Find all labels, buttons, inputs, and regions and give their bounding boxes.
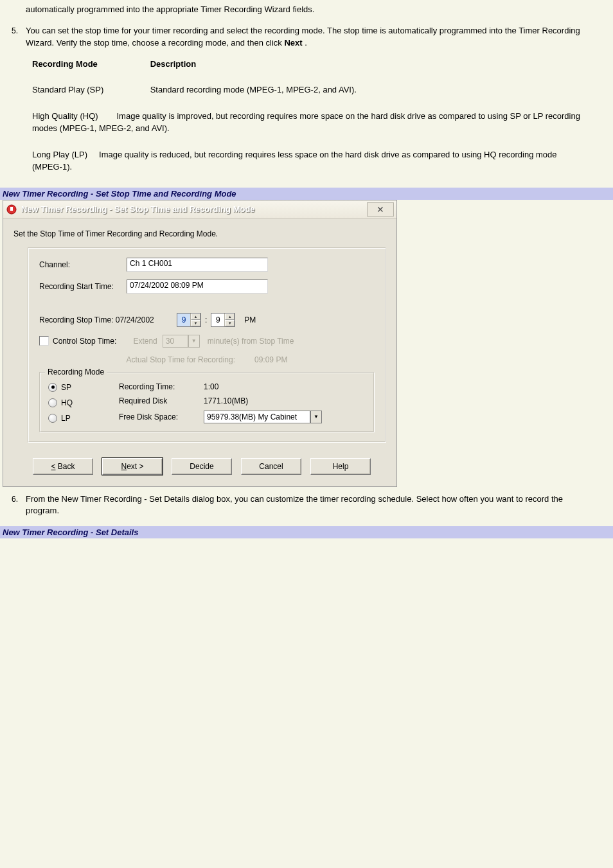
recording-time-value: 1:00 [204,382,332,391]
dialog-new-timer-recording: New Timer Recording - Set Stop Time and … [3,200,397,487]
td-sp-name: Standard Play (SP) [32,84,148,96]
close-icon: ✕ [377,204,384,215]
spin-up-icon[interactable]: ▲ [225,314,235,320]
actual-stop-value: 09:09 PM [254,355,287,364]
back-button[interactable]: < Back [33,458,93,475]
stop-time-label: Recording Stop Time: 07/24/2002 [39,315,177,324]
required-disk-value: 1771.10(MB) [204,396,332,405]
next-button[interactable]: Next > [102,458,163,475]
channel-field[interactable]: Ch 1 CH001 [127,258,268,272]
app-icon [6,204,17,215]
close-button[interactable]: ✕ [367,202,394,217]
extend-label: Extend [133,337,157,346]
stop-hour-spinner[interactable]: 9 ▲ ▼ [177,313,201,327]
step6-text: From the New Timer Recording - Set Detai… [26,494,563,516]
td-sp-desc: Standard recording mode (MPEG-1, MPEG-2,… [150,85,357,94]
dialog-title: New Timer Recording - Set Stop Time and … [21,204,367,214]
chevron-down-icon: ▼ [188,335,200,348]
recording-time-label: Recording Time: [119,382,204,391]
td-hq-name: High Quality (HQ) [32,111,98,121]
td-lp-name: Long Play (LP) [32,150,87,159]
recording-mode-group: Recording Mode SP [39,372,375,432]
help-button[interactable]: Help [310,458,371,475]
figure-caption-stop-time: New Timer Recording - Set Stop Time and … [0,188,613,200]
th-mode: Recording Mode [32,58,148,71]
stop-minute-spinner[interactable]: 9 ▲ ▼ [211,313,235,327]
fragment-prev-step-cont: automatically programmed into the approp… [26,4,587,16]
spin-down-icon[interactable]: ▼ [225,320,235,326]
step5-text: You can set the stop time for your timer… [26,26,580,48]
cancel-button[interactable]: Cancel [241,458,301,475]
start-time-label: Recording Start Time: [39,282,127,291]
actual-stop-label: Actual Stop Time for Recording: [127,355,235,364]
titlebar[interactable]: New Timer Recording - Set Stop Time and … [3,200,396,219]
radio-hq[interactable]: HQ [48,398,119,407]
decide-button[interactable]: Decide [172,458,232,475]
spin-down-icon[interactable]: ▼ [191,320,200,326]
svg-rect-1 [10,207,13,211]
list-marker-6: 6. [12,494,18,505]
extend-suffix: minute(s) from Stop Time [208,337,294,346]
list-marker-5: 5. [12,26,18,37]
radio-lp[interactable]: LP [48,414,119,423]
spin-up-icon[interactable]: ▲ [191,314,200,320]
extend-dropdown: 30 ▼ [163,335,200,348]
radio-sp[interactable]: SP [48,383,119,392]
free-disk-dropdown[interactable]: 95979.38(MB) My Cabinet ▼ [204,411,322,423]
chevron-down-icon[interactable]: ▼ [310,411,322,423]
th-desc: Description [150,59,197,69]
required-disk-label: Required Disk [119,396,204,405]
td-hq-desc: Image quality is improved, but recording… [32,111,580,133]
ampm-label: PM [244,315,256,324]
recording-mode-table: Recording Mode Description Standard Play… [32,58,581,173]
start-time-field[interactable]: 07/24/2002 08:09 PM [127,279,268,294]
control-stop-time-label: Control Stop Time: [53,337,116,346]
td-lp-desc: Image quality is reduced, but recording … [32,150,557,172]
group-title: Recording Mode [45,368,107,376]
free-disk-label: Free Disk Space: [119,412,204,421]
control-stop-time-checkbox[interactable] [39,336,49,346]
channel-label: Channel: [39,260,127,269]
dialog-instruction: Set the Stop Time of Timer Recording and… [13,229,386,238]
figure-caption-set-details: New Timer Recording - Set Details [0,526,613,538]
